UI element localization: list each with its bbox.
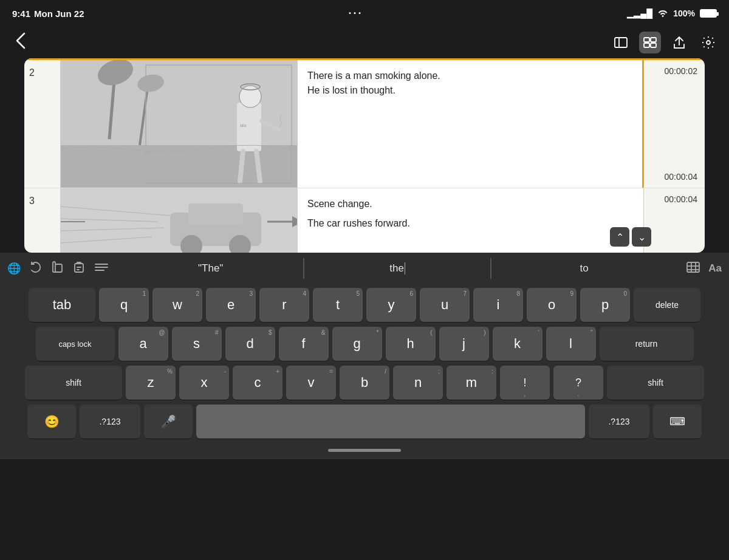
key-a[interactable]: @ a (118, 327, 168, 361)
row-time-3: 00:00:04 (644, 188, 705, 253)
key-l[interactable]: " l (546, 327, 596, 361)
n123-left-key[interactable]: .?123 (80, 405, 140, 439)
storyboard-row-2[interactable]: 2 (24, 58, 705, 188)
nav-left (10, 29, 32, 56)
svg-line-17 (240, 151, 243, 182)
key-n[interactable]: ; n (393, 366, 443, 400)
key-h[interactable]: ( h (386, 327, 436, 361)
row-text-2[interactable]: There is a man smoking alone. He is lost… (298, 60, 644, 188)
svg-rect-27 (188, 203, 243, 225)
key-z[interactable]: % z (126, 366, 176, 400)
storyboard-row-3[interactable]: 3 (24, 188, 705, 253)
paste-icon[interactable] (73, 261, 85, 276)
svg-rect-0 (615, 38, 627, 47)
row-text-line2-3: The car rushes forward. (307, 216, 634, 231)
svg-rect-37 (687, 262, 699, 272)
suggestion-the-quoted[interactable]: "The" (118, 258, 304, 279)
suggestion-the[interactable]: the (304, 258, 490, 279)
status-dots: ··· (348, 7, 363, 20)
shift-right-key[interactable]: shift (607, 366, 704, 400)
tab-key[interactable]: tab (29, 288, 95, 322)
svg-rect-3 (651, 38, 656, 42)
time-top-2: 00:00:02 (644, 60, 705, 82)
space-key[interactable] (196, 405, 585, 439)
key-s[interactable]: # s (172, 327, 222, 361)
svg-rect-5 (651, 43, 656, 47)
return-key[interactable]: return (600, 327, 694, 361)
key-exclaim[interactable]: ! , (500, 366, 550, 400)
storyboard-content: 2 (24, 58, 705, 253)
delete-key[interactable]: delete (634, 288, 700, 322)
key-x[interactable]: - x (179, 366, 229, 400)
key-k[interactable]: ' k (493, 327, 542, 361)
battery-icon (700, 9, 717, 18)
svg-rect-30 (55, 264, 62, 272)
key-j[interactable]: ) j (439, 327, 489, 361)
battery: 100% (673, 9, 695, 18)
time-top-3: 00:00:04 (644, 188, 705, 210)
home-bar (328, 449, 401, 452)
shift-left-key[interactable]: shift (25, 366, 122, 400)
row-text-3[interactable]: Scene change. The car rushes forward. (298, 188, 644, 253)
key-t[interactable]: 5 t (313, 288, 363, 322)
row-time-2: 00:00:02 00:00:04 (644, 60, 705, 188)
keyboard: tab 1 q 2 w 3 e 4 r 5 t 6 y 7 u (0, 284, 729, 441)
suggestion-to[interactable]: to (491, 258, 677, 279)
row-number-2: 2 (24, 60, 61, 188)
list-view-button[interactable] (610, 32, 632, 53)
key-y[interactable]: 6 y (366, 288, 416, 322)
globe-icon[interactable]: 🌐 (7, 262, 21, 275)
key-r[interactable]: 4 r (259, 288, 309, 322)
svg-rect-4 (644, 43, 649, 47)
keyboard-row-3: shift % z - x + c = v / b ; n : m (2, 366, 727, 400)
svg-rect-2 (644, 38, 649, 42)
keyboard-icon-key[interactable]: ⌨ (653, 405, 702, 439)
key-b[interactable]: / b (340, 366, 389, 400)
autocomplete-bar: 🌐 (0, 253, 729, 284)
grid-view-button[interactable] (639, 32, 661, 53)
format-icon[interactable] (95, 262, 108, 276)
row-text-line1-2: There is a man smoking alone. (307, 69, 632, 83)
autocomplete-right: Aa (686, 262, 722, 276)
key-question[interactable]: ? . (553, 366, 603, 400)
back-button[interactable] (10, 29, 32, 56)
emoji-key[interactable]: 😊 (27, 405, 76, 439)
status-left: 9:41 Mon Jun 22 (12, 9, 84, 19)
key-c[interactable]: + c (233, 366, 282, 400)
next-arrow-button[interactable]: ⌄ (632, 227, 651, 247)
row-text-line1-3: Scene change. (307, 197, 634, 211)
key-e[interactable]: 3 e (206, 288, 256, 322)
key-o[interactable]: 9 o (527, 288, 577, 322)
n123-right-key[interactable]: .?123 (589, 405, 649, 439)
share-button[interactable] (668, 32, 690, 53)
key-u[interactable]: 7 u (420, 288, 470, 322)
nav-arrows-overlay: ⌃ ⌄ (610, 227, 651, 247)
keyboard-row-2: caps lock @ a # s $ d & f * g ( h ) j (2, 327, 727, 361)
key-f[interactable]: & f (279, 327, 329, 361)
svg-text:sto: sto (240, 122, 247, 128)
mic-key[interactable]: 🎤 (144, 405, 193, 439)
svg-rect-31 (75, 264, 83, 272)
key-i[interactable]: 8 i (473, 288, 523, 322)
key-g[interactable]: * g (332, 327, 382, 361)
key-p[interactable]: 0 p (580, 288, 630, 322)
prev-arrow-button[interactable]: ⌃ (610, 227, 629, 247)
table-icon[interactable] (686, 262, 700, 276)
row-image-2: sto (61, 60, 298, 188)
row-image-3 (61, 188, 298, 253)
caps-lock-key[interactable]: caps lock (36, 327, 115, 361)
home-indicator (0, 441, 729, 459)
key-w[interactable]: 2 w (152, 288, 202, 322)
autocomplete-suggestions: "The" the to (118, 258, 677, 279)
key-v[interactable]: = v (286, 366, 336, 400)
settings-button[interactable] (697, 32, 719, 53)
signal-icon: ▁▂▄█ (627, 9, 652, 18)
key-m[interactable]: : m (447, 366, 496, 400)
copy-icon[interactable] (52, 261, 63, 276)
key-q[interactable]: 1 q (99, 288, 149, 322)
undo-icon[interactable] (30, 262, 43, 276)
font-size-icon[interactable]: Aa (708, 262, 722, 275)
storyboard-area: 2 (12, 58, 717, 253)
key-d[interactable]: $ d (225, 327, 275, 361)
row-number-3: 3 (24, 188, 61, 253)
